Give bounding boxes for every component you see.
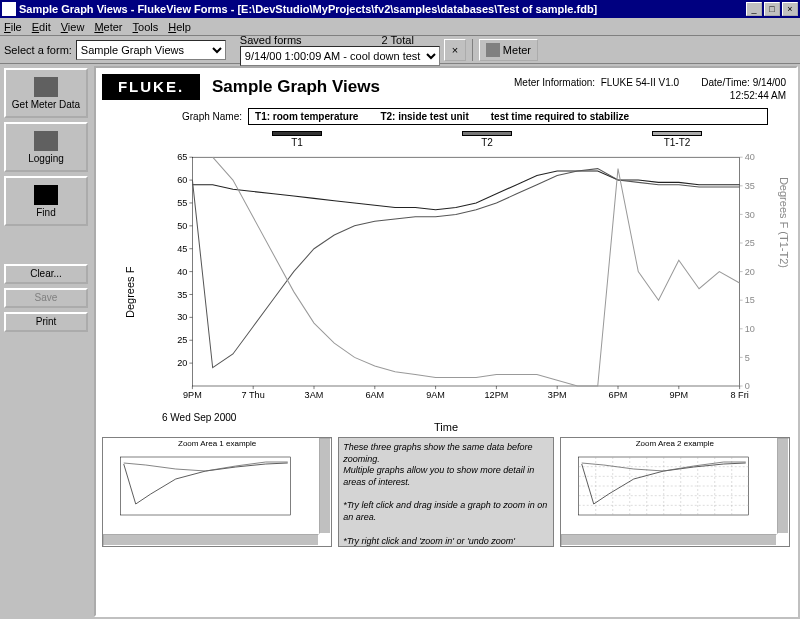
svg-text:3PM: 3PM [548, 390, 567, 400]
menu-edit[interactable]: Edit [32, 21, 51, 33]
svg-text:40: 40 [177, 267, 187, 277]
svg-text:55: 55 [177, 198, 187, 208]
scrollbar-vertical[interactable] [777, 438, 789, 534]
svg-text:35: 35 [745, 181, 755, 191]
select-form-label: Select a form: [4, 44, 72, 56]
svg-text:10: 10 [745, 324, 755, 334]
svg-text:20: 20 [745, 267, 755, 277]
menu-help[interactable]: Help [168, 21, 191, 33]
svg-text:65: 65 [177, 152, 187, 162]
scrollbar-vertical[interactable] [319, 438, 331, 534]
svg-text:20: 20 [177, 358, 187, 368]
svg-text:6AM: 6AM [365, 390, 384, 400]
svg-text:35: 35 [177, 289, 187, 299]
meter-icon [486, 43, 500, 57]
close-form-button[interactable]: × [444, 39, 466, 61]
meta-info: Meter Information: FLUKE 54-II V1.0 Date… [514, 76, 786, 102]
y-axis-label-right: Degrees F (T1-T2) [778, 177, 790, 268]
svg-text:15: 15 [745, 295, 755, 305]
save-button: Save [4, 288, 88, 308]
chart-legend: T1 T2 T1-T2 [272, 131, 790, 148]
scrollbar-horizontal[interactable] [561, 534, 777, 546]
svg-text:7 Thu: 7 Thu [242, 390, 265, 400]
svg-text:60: 60 [177, 175, 187, 185]
minimize-button[interactable]: _ [746, 2, 762, 16]
binoculars-icon [34, 185, 58, 205]
form-combo[interactable]: Sample Graph Views [76, 40, 226, 60]
window-title: Sample Graph Views - FlukeView Forms - [… [19, 3, 744, 15]
toolbar: Select a form: Sample Graph Views Saved … [0, 36, 800, 64]
fluke-logo: FLUKE. [102, 74, 200, 100]
svg-text:6PM: 6PM [609, 390, 628, 400]
saved-combo[interactable]: 9/14/00 1:00:09 AM - cool down test [Flu… [240, 46, 440, 66]
svg-text:30: 30 [177, 312, 187, 322]
logging-icon [34, 131, 58, 151]
zoom-area-2-panel[interactable]: Zoom Area 2 example [560, 437, 790, 547]
main-chart[interactable]: 2025303540455055606505101520253035409PM7… [162, 152, 770, 412]
sidebar: Get Meter Data Logging Find Clear... Sav… [0, 64, 92, 619]
svg-text:5: 5 [745, 352, 750, 362]
svg-text:9PM: 9PM [669, 390, 688, 400]
y-axis-label-left: Degrees F [124, 267, 136, 318]
svg-text:12PM: 12PM [484, 390, 508, 400]
svg-rect-59 [121, 457, 291, 515]
clear-button[interactable]: Clear... [4, 264, 88, 284]
svg-text:45: 45 [177, 244, 187, 254]
graph-name-label: Graph Name: [182, 111, 242, 122]
zoom-area-1-panel[interactable]: Zoom Area 1 example [102, 437, 332, 547]
svg-text:8 Fri: 8 Fri [730, 390, 748, 400]
logging-button[interactable]: Logging [4, 122, 88, 172]
svg-text:25: 25 [745, 238, 755, 248]
close-button[interactable]: × [782, 2, 798, 16]
meter-button[interactable]: Meter [479, 39, 538, 61]
svg-text:9AM: 9AM [426, 390, 445, 400]
content-pane: FLUKE. Sample Graph Views Meter Informat… [94, 66, 798, 617]
page-title: Sample Graph Views [212, 77, 380, 97]
maximize-button[interactable]: □ [764, 2, 780, 16]
menu-file[interactable]: File [4, 21, 22, 33]
window-titlebar: Sample Graph Views - FlukeView Forms - [… [0, 0, 800, 18]
graph-name-box: T1: room temperature T2: inside test uni… [248, 108, 768, 125]
info-panel: These three graphs show the same data be… [338, 437, 553, 547]
svg-rect-0 [192, 157, 739, 386]
meter-download-icon [34, 77, 58, 97]
svg-text:9PM: 9PM [183, 390, 202, 400]
print-button[interactable]: Print [4, 312, 88, 332]
scrollbar-horizontal[interactable] [103, 534, 319, 546]
svg-text:30: 30 [745, 209, 755, 219]
menu-tools[interactable]: Tools [133, 21, 159, 33]
app-icon [2, 2, 16, 16]
svg-text:25: 25 [177, 335, 187, 345]
svg-text:3AM: 3AM [305, 390, 324, 400]
get-meter-data-button[interactable]: Get Meter Data [4, 68, 88, 118]
menu-view[interactable]: View [61, 21, 85, 33]
svg-text:50: 50 [177, 221, 187, 231]
svg-text:40: 40 [745, 152, 755, 162]
find-button[interactable]: Find [4, 176, 88, 226]
total-label: 2 Total [382, 34, 414, 46]
menu-meter[interactable]: Meter [94, 21, 122, 33]
saved-forms-label: Saved forms [240, 34, 302, 46]
